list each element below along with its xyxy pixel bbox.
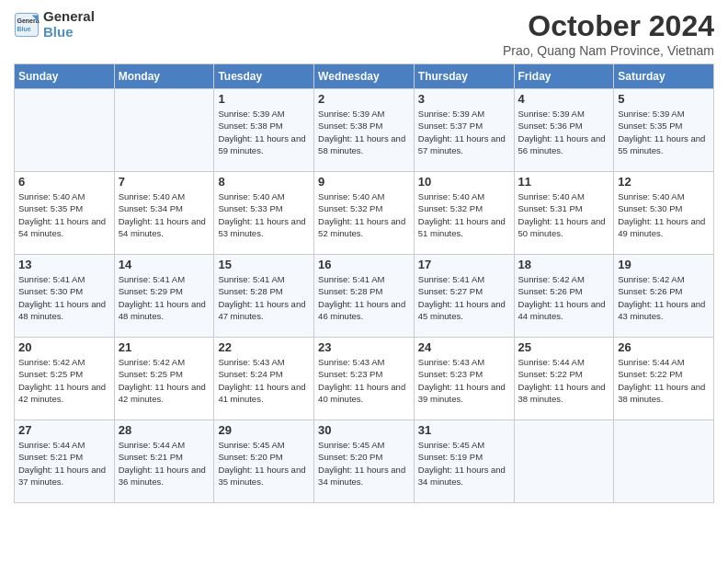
day-number: 2 xyxy=(318,92,410,106)
day-info: Sunrise: 5:41 AM Sunset: 5:29 PM Dayligh… xyxy=(119,273,210,322)
day-info: Sunrise: 5:39 AM Sunset: 5:35 PM Dayligh… xyxy=(618,108,710,156)
calendar-cell: 13Sunrise: 5:41 AM Sunset: 5:30 PM Dayli… xyxy=(15,255,115,338)
day-info: Sunrise: 5:45 AM Sunset: 5:19 PM Dayligh… xyxy=(418,439,510,488)
day-info: Sunrise: 5:41 AM Sunset: 5:30 PM Dayligh… xyxy=(18,273,110,322)
weekday-header-sunday: Sunday xyxy=(15,64,115,89)
day-number: 25 xyxy=(518,340,610,354)
day-number: 8 xyxy=(218,175,310,189)
day-number: 13 xyxy=(18,258,110,271)
day-number: 19 xyxy=(618,258,710,271)
day-number: 6 xyxy=(18,175,110,189)
day-info: Sunrise: 5:40 AM Sunset: 5:30 PM Dayligh… xyxy=(618,190,710,239)
day-info: Sunrise: 5:40 AM Sunset: 5:32 PM Dayligh… xyxy=(418,190,510,239)
day-number: 12 xyxy=(618,175,710,189)
day-info: Sunrise: 5:44 AM Sunset: 5:21 PM Dayligh… xyxy=(119,439,210,488)
calendar-cell: 19Sunrise: 5:42 AM Sunset: 5:26 PM Dayli… xyxy=(614,255,714,338)
calendar-cell: 5Sunrise: 5:39 AM Sunset: 5:35 PM Daylig… xyxy=(614,89,714,172)
weekday-header-wednesday: Wednesday xyxy=(314,64,415,89)
logo-line1: General xyxy=(43,9,95,25)
day-info: Sunrise: 5:40 AM Sunset: 5:33 PM Dayligh… xyxy=(218,190,310,239)
day-info: Sunrise: 5:44 AM Sunset: 5:21 PM Dayligh… xyxy=(18,439,110,488)
weekday-header-tuesday: Tuesday xyxy=(214,64,314,89)
day-info: Sunrise: 5:43 AM Sunset: 5:23 PM Dayligh… xyxy=(418,356,510,405)
day-info: Sunrise: 5:42 AM Sunset: 5:26 PM Dayligh… xyxy=(518,273,610,322)
calendar-cell xyxy=(15,89,115,172)
logo-icon: General Blue xyxy=(14,12,40,38)
day-number: 20 xyxy=(18,340,110,354)
day-info: Sunrise: 5:39 AM Sunset: 5:38 PM Dayligh… xyxy=(218,108,310,156)
day-number: 24 xyxy=(418,340,510,354)
day-info: Sunrise: 5:40 AM Sunset: 5:32 PM Dayligh… xyxy=(318,190,410,239)
calendar-cell: 16Sunrise: 5:41 AM Sunset: 5:28 PM Dayli… xyxy=(314,255,415,338)
logo: General Blue General Blue xyxy=(14,9,95,40)
week-row-4: 20Sunrise: 5:42 AM Sunset: 5:25 PM Dayli… xyxy=(15,338,714,420)
day-info: Sunrise: 5:44 AM Sunset: 5:22 PM Dayligh… xyxy=(518,356,610,405)
day-number: 28 xyxy=(119,423,210,437)
calendar-cell: 18Sunrise: 5:42 AM Sunset: 5:26 PM Dayli… xyxy=(514,255,614,338)
calendar-cell: 10Sunrise: 5:40 AM Sunset: 5:32 PM Dayli… xyxy=(414,172,514,255)
calendar-cell: 21Sunrise: 5:42 AM Sunset: 5:25 PM Dayli… xyxy=(114,338,214,420)
day-number: 22 xyxy=(218,340,310,354)
calendar-cell: 26Sunrise: 5:44 AM Sunset: 5:22 PM Dayli… xyxy=(614,338,714,420)
day-number: 10 xyxy=(418,175,510,189)
day-number: 9 xyxy=(318,175,410,189)
title-area: October 2024 Prao, Quang Nam Province, V… xyxy=(503,9,714,58)
day-number: 15 xyxy=(218,258,310,271)
calendar-cell: 30Sunrise: 5:45 AM Sunset: 5:20 PM Dayli… xyxy=(314,420,415,503)
calendar-cell: 9Sunrise: 5:40 AM Sunset: 5:32 PM Daylig… xyxy=(314,172,415,255)
calendar-cell: 12Sunrise: 5:40 AM Sunset: 5:30 PM Dayli… xyxy=(614,172,714,255)
day-info: Sunrise: 5:41 AM Sunset: 5:28 PM Dayligh… xyxy=(218,273,310,322)
day-number: 16 xyxy=(318,258,410,271)
calendar-cell: 23Sunrise: 5:43 AM Sunset: 5:23 PM Dayli… xyxy=(314,338,415,420)
calendar-cell: 29Sunrise: 5:45 AM Sunset: 5:20 PM Dayli… xyxy=(214,420,314,503)
calendar-cell: 4Sunrise: 5:39 AM Sunset: 5:36 PM Daylig… xyxy=(514,89,614,172)
calendar-cell: 27Sunrise: 5:44 AM Sunset: 5:21 PM Dayli… xyxy=(15,420,115,503)
calendar-cell: 7Sunrise: 5:40 AM Sunset: 5:34 PM Daylig… xyxy=(114,172,214,255)
month-title: October 2024 xyxy=(503,9,714,43)
day-number: 17 xyxy=(418,258,510,271)
day-number: 14 xyxy=(119,258,210,271)
calendar-cell: 14Sunrise: 5:41 AM Sunset: 5:29 PM Dayli… xyxy=(114,255,214,338)
day-info: Sunrise: 5:39 AM Sunset: 5:38 PM Dayligh… xyxy=(318,108,410,156)
weekday-header-thursday: Thursday xyxy=(414,64,514,89)
weekday-header-row: SundayMondayTuesdayWednesdayThursdayFrid… xyxy=(15,64,714,89)
calendar-cell: 20Sunrise: 5:42 AM Sunset: 5:25 PM Dayli… xyxy=(15,338,115,420)
calendar-cell: 28Sunrise: 5:44 AM Sunset: 5:21 PM Dayli… xyxy=(114,420,214,503)
day-number: 29 xyxy=(218,423,310,437)
calendar-cell: 6Sunrise: 5:40 AM Sunset: 5:35 PM Daylig… xyxy=(15,172,115,255)
day-info: Sunrise: 5:41 AM Sunset: 5:27 PM Dayligh… xyxy=(418,273,510,322)
calendar-cell: 24Sunrise: 5:43 AM Sunset: 5:23 PM Dayli… xyxy=(414,338,514,420)
calendar-table: SundayMondayTuesdayWednesdayThursdayFrid… xyxy=(14,63,714,503)
day-info: Sunrise: 5:40 AM Sunset: 5:34 PM Dayligh… xyxy=(119,190,210,239)
day-number: 5 xyxy=(618,92,710,106)
day-number: 7 xyxy=(119,175,210,189)
calendar-cell: 8Sunrise: 5:40 AM Sunset: 5:33 PM Daylig… xyxy=(214,172,314,255)
day-number: 26 xyxy=(618,340,710,354)
day-info: Sunrise: 5:41 AM Sunset: 5:28 PM Dayligh… xyxy=(318,273,410,322)
svg-text:Blue: Blue xyxy=(17,26,31,32)
calendar-cell xyxy=(614,420,714,503)
calendar-cell: 31Sunrise: 5:45 AM Sunset: 5:19 PM Dayli… xyxy=(414,420,514,503)
day-info: Sunrise: 5:42 AM Sunset: 5:26 PM Dayligh… xyxy=(618,273,710,322)
calendar-cell: 3Sunrise: 5:39 AM Sunset: 5:37 PM Daylig… xyxy=(414,89,514,172)
calendar-cell xyxy=(514,420,614,503)
calendar-cell: 15Sunrise: 5:41 AM Sunset: 5:28 PM Dayli… xyxy=(214,255,314,338)
day-info: Sunrise: 5:39 AM Sunset: 5:37 PM Dayligh… xyxy=(418,108,510,156)
day-number: 31 xyxy=(418,423,510,437)
calendar-cell: 17Sunrise: 5:41 AM Sunset: 5:27 PM Dayli… xyxy=(414,255,514,338)
day-info: Sunrise: 5:40 AM Sunset: 5:35 PM Dayligh… xyxy=(18,190,110,239)
day-number: 21 xyxy=(119,340,210,354)
day-info: Sunrise: 5:40 AM Sunset: 5:31 PM Dayligh… xyxy=(518,190,610,239)
day-number: 18 xyxy=(518,258,610,271)
calendar-cell: 22Sunrise: 5:43 AM Sunset: 5:24 PM Dayli… xyxy=(214,338,314,420)
day-number: 1 xyxy=(218,92,310,106)
weekday-header-monday: Monday xyxy=(114,64,214,89)
weekday-header-saturday: Saturday xyxy=(614,64,714,89)
day-info: Sunrise: 5:43 AM Sunset: 5:23 PM Dayligh… xyxy=(318,356,410,405)
day-info: Sunrise: 5:43 AM Sunset: 5:24 PM Dayligh… xyxy=(218,356,310,405)
calendar-cell: 2Sunrise: 5:39 AM Sunset: 5:38 PM Daylig… xyxy=(314,89,415,172)
day-info: Sunrise: 5:42 AM Sunset: 5:25 PM Dayligh… xyxy=(119,356,210,405)
day-number: 4 xyxy=(518,92,610,106)
page-header: General Blue General Blue October 2024 P… xyxy=(14,9,714,58)
calendar-cell: 11Sunrise: 5:40 AM Sunset: 5:31 PM Dayli… xyxy=(514,172,614,255)
